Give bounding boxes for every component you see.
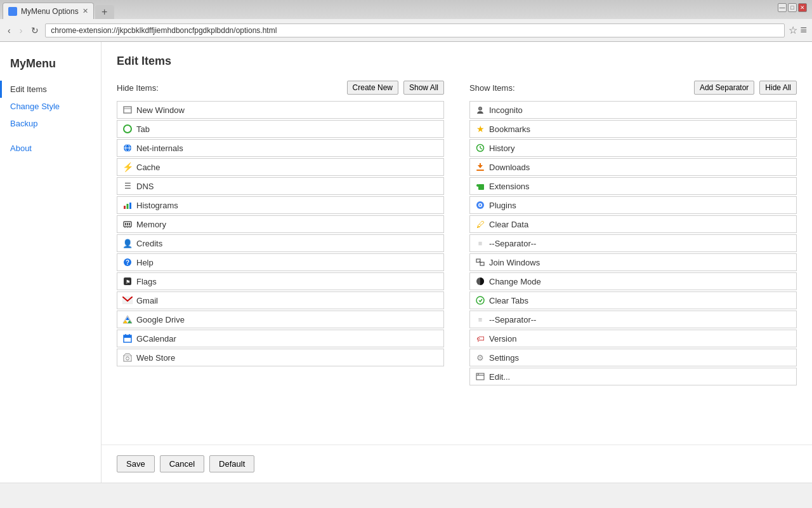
list-item[interactable]: ☰ DNS xyxy=(117,177,444,195)
list-item[interactable]: Tab xyxy=(117,120,444,138)
list-item[interactable]: Web Store xyxy=(117,349,444,366)
separator1-label: --Separator-- xyxy=(489,239,536,248)
bookmark-icon[interactable]: ☆ xyxy=(789,24,797,36)
net-internals-icon xyxy=(122,143,133,153)
list-item[interactable]: Net-internals xyxy=(117,139,444,157)
extensions-label: Extensions xyxy=(489,182,530,191)
incognito-icon xyxy=(475,105,485,115)
list-item[interactable]: GCalendar xyxy=(117,330,444,347)
footer-buttons: Save Cancel Default xyxy=(102,444,812,483)
add-separator-btn[interactable]: Add Separator xyxy=(694,81,754,95)
list-item[interactable]: Incognito xyxy=(469,101,797,119)
show-all-btn[interactable]: Show All xyxy=(403,81,444,95)
clear-data-icon: 🖊 xyxy=(475,219,485,229)
list-item[interactable]: ⚑ Flags xyxy=(117,272,444,290)
bookmarks-icon: ★ xyxy=(475,124,485,134)
list-item[interactable]: Gmail xyxy=(117,291,444,309)
google-drive-label: Google Drive xyxy=(136,315,185,324)
list-item[interactable]: Change Mode xyxy=(469,272,797,290)
new-window-icon xyxy=(122,105,133,115)
list-item[interactable]: ? Help xyxy=(117,253,444,271)
svg-rect-26 xyxy=(124,335,131,338)
list-item[interactable]: Downloads xyxy=(469,158,797,176)
settings-label: Settings xyxy=(489,353,519,363)
list-item[interactable]: ⚡ Cache xyxy=(117,158,444,176)
list-item[interactable]: Memory xyxy=(117,215,444,233)
flags-label: Flags xyxy=(136,277,157,286)
list-item[interactable]: Extensions xyxy=(469,177,797,195)
clear-tabs-icon xyxy=(475,295,485,305)
address-actions: ☆ ≡ xyxy=(789,23,807,37)
svg-point-32 xyxy=(479,107,481,110)
page-content: MyMenu Edit Items Change Style Backup Ab… xyxy=(0,42,812,483)
plugins-icon xyxy=(475,200,485,210)
cache-label: Cache xyxy=(136,163,160,172)
save-btn[interactable]: Save xyxy=(117,455,155,472)
dns-icon: ☰ xyxy=(122,181,133,191)
create-new-btn[interactable]: Create New xyxy=(347,81,398,95)
back-btn[interactable]: ‹ xyxy=(5,24,13,37)
list-item[interactable]: 🖊 Clear Data xyxy=(469,215,797,233)
menu-icon[interactable]: ≡ xyxy=(800,23,807,37)
list-item[interactable]: New Window xyxy=(117,101,444,119)
sidebar-item-change-style[interactable]: Change Style xyxy=(0,98,101,115)
svg-rect-48 xyxy=(476,373,484,380)
hide-column-header: Hide Items: Create New Show All xyxy=(117,81,444,95)
hide-items-label: Hide Items: xyxy=(117,83,342,93)
plugins-label: Plugins xyxy=(489,201,516,210)
show-column: Show Items: Add Separator Hide All Incog… xyxy=(469,81,797,385)
list-item[interactable]: ≡ --Separator-- xyxy=(469,234,797,252)
sidebar: MyMenu Edit Items Change Style Backup Ab… xyxy=(0,42,102,483)
svg-rect-39 xyxy=(478,184,484,190)
dns-label: DNS xyxy=(136,182,154,191)
web-store-label: Web Store xyxy=(136,353,175,363)
reload-btn[interactable]: ↻ xyxy=(29,24,41,37)
list-item[interactable]: ≡ --Separator-- xyxy=(469,311,797,328)
show-items-label: Show Items: xyxy=(469,83,689,93)
new-window-label: New Window xyxy=(136,105,185,115)
list-item[interactable]: 🏷 Version xyxy=(469,330,797,347)
list-item[interactable]: ⚙ Settings xyxy=(469,349,797,366)
new-tab-btn[interactable]: + xyxy=(95,5,114,19)
minimize-btn[interactable]: — xyxy=(778,3,787,12)
svg-rect-7 xyxy=(127,204,129,209)
sidebar-item-backup[interactable]: Backup xyxy=(0,115,101,132)
change-mode-label: Change Mode xyxy=(489,277,541,286)
forward-btn[interactable]: › xyxy=(17,24,25,37)
history-label: History xyxy=(489,144,514,153)
browser-tab[interactable]: MyMenu Options ✕ xyxy=(3,3,94,19)
list-item[interactable]: History xyxy=(469,139,797,157)
list-item[interactable]: Clear Tabs xyxy=(469,291,797,309)
separator2-label: --Separator-- xyxy=(489,315,536,324)
change-mode-icon xyxy=(475,276,485,286)
close-btn[interactable]: ✕ xyxy=(798,3,807,12)
cancel-btn[interactable]: Cancel xyxy=(160,455,204,472)
list-item[interactable]: Join Windows xyxy=(469,253,797,271)
address-bar: ‹ › ↻ ☆ ≡ xyxy=(0,19,812,42)
list-item[interactable]: Plugins xyxy=(469,196,797,214)
svg-rect-38 xyxy=(480,163,481,166)
separator2-icon: ≡ xyxy=(475,314,485,324)
list-item[interactable]: Edit... xyxy=(469,368,797,385)
default-btn[interactable]: Default xyxy=(209,455,254,472)
separator1-icon: ≡ xyxy=(475,238,485,248)
url-input[interactable] xyxy=(45,23,785,37)
list-item[interactable]: Google Drive xyxy=(117,311,444,328)
list-item[interactable]: ★ Bookmarks xyxy=(469,120,797,138)
sidebar-item-edit-items[interactable]: Edit Items xyxy=(0,81,101,98)
credits-label: Credits xyxy=(136,239,162,248)
tab-close-btn[interactable]: ✕ xyxy=(82,7,88,15)
tab-favicon xyxy=(8,7,17,16)
hide-all-btn[interactable]: Hide All xyxy=(759,81,797,95)
google-drive-icon xyxy=(122,314,133,324)
tab-title: MyMenu Options xyxy=(21,7,79,16)
sidebar-divider xyxy=(0,132,101,140)
maximize-btn[interactable]: □ xyxy=(788,3,797,12)
sidebar-item-about[interactable]: About xyxy=(0,140,101,157)
memory-label: Memory xyxy=(136,220,166,229)
list-item[interactable]: Histograms xyxy=(117,196,444,214)
svg-rect-12 xyxy=(129,223,130,225)
help-label: Help xyxy=(136,258,154,267)
list-item[interactable]: 👤 Credits xyxy=(117,234,444,252)
svg-rect-8 xyxy=(129,203,131,209)
